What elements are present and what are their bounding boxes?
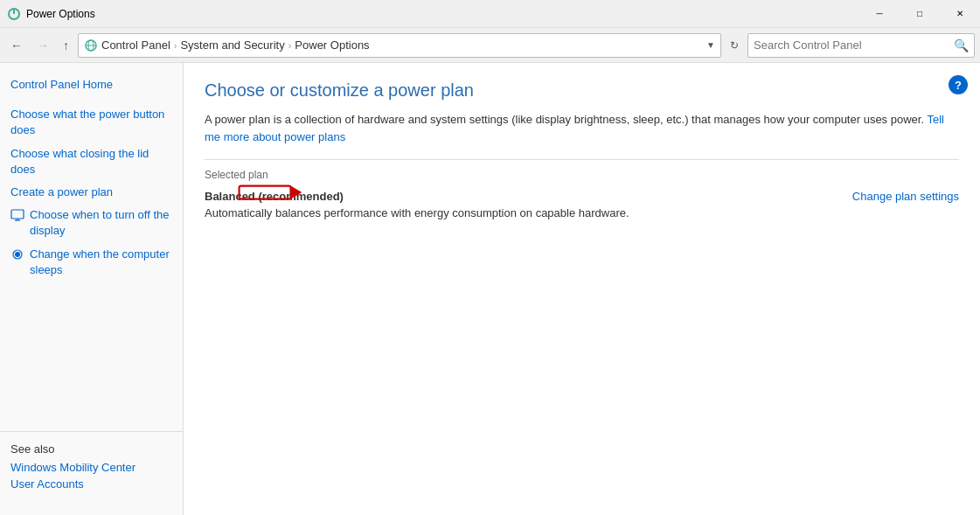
monitor-icon <box>10 208 24 222</box>
search-bar: 🔍 <box>747 33 975 58</box>
back-button[interactable]: ← <box>5 35 28 56</box>
main-layout: Control Panel Home Choose what the power… <box>0 63 980 515</box>
breadcrumb-sep-1: › <box>174 40 177 51</box>
red-arrow-annotation <box>236 178 306 205</box>
sidebar-home-section: Control Panel Home <box>0 73 183 96</box>
sidebar-control-panel-home[interactable]: Control Panel Home <box>0 73 183 96</box>
address-bar: Control Panel › System and Security › Po… <box>78 33 721 58</box>
plan-description: Automatically balances performance with … <box>205 206 959 219</box>
sidebar-closing-lid[interactable]: Choose what closing the lid does <box>0 143 183 181</box>
globe-icon <box>84 38 98 52</box>
moon-icon <box>10 247 24 261</box>
sidebar-power-button-label: Choose what the power button does <box>10 107 172 138</box>
content-area: ? Choose or customize a power plan A pow… <box>184 63 980 515</box>
breadcrumb-current: Power Options <box>295 38 369 52</box>
sidebar-create-plan[interactable]: Create a power plan <box>0 181 183 204</box>
refresh-button[interactable]: ↻ <box>725 36 744 55</box>
titlebar-left: Power Options <box>7 7 95 21</box>
plan-label: Selected plan <box>205 169 959 181</box>
sidebar: Control Panel Home Choose what the power… <box>0 63 184 515</box>
app-icon <box>7 7 21 21</box>
content-description: A power plan is a collection of hardware… <box>205 111 959 145</box>
see-also-user-accounts[interactable]: User Accounts <box>10 477 172 491</box>
content-desc-text: A power plan is a collection of hardware… <box>205 113 924 126</box>
search-input[interactable] <box>754 38 950 52</box>
content-title: Choose or customize a power plan <box>205 80 959 101</box>
see-also-title: See also <box>10 442 172 456</box>
plan-section: Selected plan Balanced (recommended) Cha… <box>205 159 959 219</box>
titlebar: Power Options ─ □ ✕ <box>0 0 980 28</box>
plan-row: Balanced (recommended) Change plan setti… <box>205 190 959 203</box>
sidebar-sleep-label: Change when the computer sleeps <box>30 247 172 278</box>
maximize-button[interactable]: □ <box>900 0 940 28</box>
svg-point-9 <box>15 252 20 257</box>
navbar: ← → ↑ Control Panel › System and Securit… <box>0 28 980 63</box>
home-label: Control Panel Home <box>10 77 113 93</box>
search-icon: 🔍 <box>954 38 969 52</box>
svg-marker-11 <box>291 186 302 199</box>
titlebar-controls: ─ □ ✕ <box>859 0 980 28</box>
breadcrumb-control-panel[interactable]: Control Panel <box>101 38 170 52</box>
svg-rect-5 <box>11 210 24 219</box>
sidebar-sleep[interactable]: Change when the computer sleeps <box>0 243 183 282</box>
sidebar-closing-lid-label: Choose what closing the lid does <box>10 146 172 177</box>
sidebar-bottom: See also Windows Mobility Center User Ac… <box>0 431 183 505</box>
see-also-mobility[interactable]: Windows Mobility Center <box>10 461 172 474</box>
up-button[interactable]: ↑ <box>58 35 74 56</box>
breadcrumb-sep-2: › <box>288 40 292 51</box>
address-chevron-icon[interactable]: ▼ <box>706 40 715 50</box>
sidebar-power-button[interactable]: Choose what the power button does <box>0 103 183 142</box>
breadcrumb: Control Panel › System and Security › Po… <box>101 38 370 52</box>
sidebar-turn-off-display[interactable]: Choose when to turn off the display <box>0 204 183 242</box>
window-title: Power Options <box>26 8 95 20</box>
forward-button[interactable]: → <box>31 35 54 56</box>
minimize-button[interactable]: ─ <box>859 0 900 28</box>
close-button[interactable]: ✕ <box>940 0 980 28</box>
help-icon-button[interactable]: ? <box>949 75 968 94</box>
svg-rect-10 <box>240 186 291 199</box>
sidebar-create-plan-label: Create a power plan <box>10 184 113 200</box>
breadcrumb-system-security[interactable]: System and Security <box>180 38 284 52</box>
sidebar-turn-off-display-label: Choose when to turn off the display <box>30 207 172 239</box>
change-plan-link[interactable]: Change plan settings <box>852 190 959 203</box>
